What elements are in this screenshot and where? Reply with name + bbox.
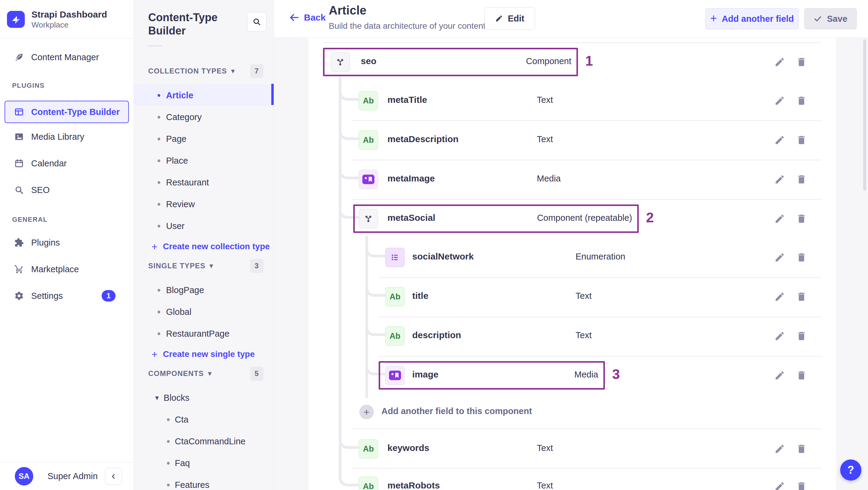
content-manager-icon: [14, 52, 24, 62]
delete-field-button[interactable]: [795, 173, 808, 186]
workspace-subtitle: Workplace: [31, 20, 107, 30]
sidebar-item-media-library[interactable]: Media Library: [0, 126, 134, 148]
sidebar-item-content-manager[interactable]: Content Manager: [0, 46, 134, 68]
sidebar-item-label: Content-Type Builder: [31, 107, 120, 117]
subnav-item-global[interactable]: Global: [134, 301, 274, 323]
search-button[interactable]: [247, 12, 267, 31]
trash-icon: [796, 213, 807, 224]
add-field-to-component-label[interactable]: Add another field to this component: [381, 406, 532, 416]
sidebar-item-label: Marketplace: [31, 264, 79, 274]
sidebar-item-marketplace[interactable]: Marketplace: [0, 258, 134, 280]
subnav-item-features[interactable]: Features: [134, 474, 274, 490]
plugins-icon: [14, 238, 24, 247]
trash-icon: [796, 370, 807, 381]
sidebar-item-seo[interactable]: SEO: [0, 179, 134, 201]
edit-field-button[interactable]: [773, 212, 786, 225]
plus-icon: +: [152, 241, 158, 252]
chevron-down-icon: ▾: [231, 67, 235, 75]
bullet-icon: [167, 484, 170, 486]
delete-field-button[interactable]: [795, 251, 808, 264]
subnav-item-place[interactable]: Place: [134, 150, 274, 172]
delete-field-button[interactable]: [795, 442, 808, 456]
edit-field-button[interactable]: [773, 442, 786, 456]
subnav-item-restaurant[interactable]: Restaurant: [134, 172, 274, 193]
trash-icon: [796, 481, 807, 490]
subnav-item-restaurantpage[interactable]: RestaurantPage: [134, 323, 274, 344]
sidebar-item-content-type-builder[interactable]: Content-Type Builder: [4, 101, 129, 123]
edit-field-button[interactable]: [773, 290, 786, 303]
subnav-item-label: Features: [175, 480, 209, 490]
subnav-item-category[interactable]: Category: [134, 106, 274, 128]
subnav-item-page[interactable]: Page: [134, 128, 274, 150]
avatar[interactable]: SA: [15, 467, 33, 486]
edit-field-button[interactable]: [773, 251, 786, 264]
pencil-icon: [774, 481, 785, 490]
help-button[interactable]: ?: [840, 459, 861, 481]
pencil-icon: [774, 174, 785, 185]
sidebar-item-plugins[interactable]: Plugins: [0, 232, 134, 253]
bullet-icon: [158, 159, 160, 162]
pencil-icon: [774, 291, 785, 302]
sidebar-item-label: Settings: [31, 291, 63, 301]
delete-field-button[interactable]: [795, 480, 808, 490]
subnav-section-header-components[interactable]: COMPONENTS▾5: [134, 366, 274, 381]
sidebar-section-header: PLUGINS: [0, 78, 134, 93]
edit-field-button[interactable]: [773, 369, 786, 382]
delete-field-button[interactable]: [795, 212, 808, 225]
subnav-item-label: CtaCommandLine: [175, 436, 246, 447]
section-count-badge: 3: [250, 259, 264, 273]
subnav-action-create-collection-type[interactable]: +Create new collection type: [134, 237, 274, 256]
delete-field-button[interactable]: [795, 133, 808, 147]
subnav-action-label: Create new single type: [163, 349, 255, 359]
collapse-sidebar-button[interactable]: [105, 468, 122, 485]
subnav-item-label: Faq: [175, 458, 190, 468]
subnav-section-header-collection-types[interactable]: COLLECTION TYPES▾7: [134, 64, 274, 78]
subnav-item-label: Global: [166, 307, 191, 317]
sidebar-item-settings[interactable]: Settings1: [0, 285, 134, 307]
pencil-icon: [774, 443, 785, 454]
edit-field-button[interactable]: [773, 329, 786, 343]
delete-field-button[interactable]: [795, 369, 808, 382]
add-another-field-button[interactable]: + Add another field: [705, 8, 799, 29]
fields-card: [309, 38, 836, 490]
subnav-item-review[interactable]: Review: [134, 193, 274, 215]
edit-field-button[interactable]: [773, 480, 786, 490]
delete-field-button[interactable]: [795, 329, 808, 343]
edit-field-button[interactable]: [773, 173, 786, 186]
subnav-item-faq[interactable]: Faq: [134, 452, 274, 474]
delete-field-button[interactable]: [795, 290, 808, 303]
sidebar-item-label: Content Manager: [31, 52, 99, 62]
scrollbar-thumb[interactable]: [863, 39, 866, 190]
edit-field-button[interactable]: [773, 133, 786, 147]
save-label: Save: [827, 14, 847, 24]
edit-field-button[interactable]: [773, 55, 786, 69]
subnav-item-cta[interactable]: Cta: [134, 409, 274, 430]
user-name: Super Admin: [48, 471, 98, 481]
save-button[interactable]: Save: [804, 8, 857, 29]
subnav-item-label: Article: [166, 90, 193, 100]
section-header-label: SINGLE TYPES: [148, 262, 205, 270]
subnav-item-article[interactable]: Article: [134, 84, 274, 106]
edit-field-button[interactable]: [773, 94, 786, 108]
subnav-divider: [148, 45, 162, 46]
subnav-action-label: Create new collection type: [163, 242, 270, 251]
add-field-to-component-button[interactable]: +: [359, 405, 374, 419]
subnav-section-header-single-types[interactable]: SINGLE TYPES▾3: [134, 258, 274, 273]
subnav-group-blocks[interactable]: ▾Blocks: [134, 387, 274, 409]
workspace-header[interactable]: Strapi Dashboard Workplace: [0, 0, 134, 38]
chevron-down-icon: ▾: [210, 262, 213, 270]
subnav-item-ctacommandline[interactable]: CtaCommandLine: [134, 430, 274, 452]
back-link[interactable]: Back: [289, 12, 326, 23]
delete-field-button[interactable]: [795, 94, 808, 108]
edit-button[interactable]: Edit: [485, 7, 535, 30]
strapi-app: Strapi Dashboard Workplace Content Manag…: [0, 0, 868, 490]
subnav-item-user[interactable]: User: [134, 215, 274, 237]
subnav-action-create-single-type[interactable]: +Create new single type: [134, 344, 274, 364]
sidebar-item-calendar[interactable]: Calendar: [0, 152, 134, 174]
subnav-item-label: Place: [166, 156, 188, 166]
pencil-icon: [774, 213, 785, 224]
bullet-icon: [167, 440, 170, 443]
pencil-icon: [774, 370, 785, 381]
delete-field-button[interactable]: [795, 55, 808, 69]
subnav-item-blogpage[interactable]: BlogPage: [134, 279, 274, 301]
